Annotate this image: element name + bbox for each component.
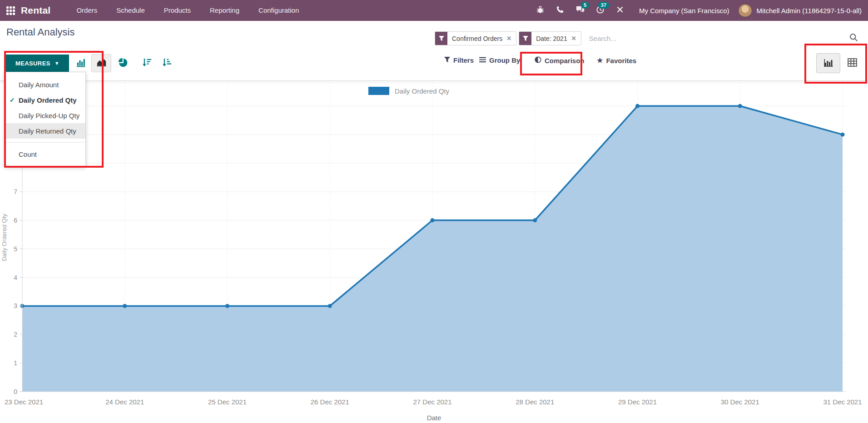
- main-menu: Orders Schedule Products Reporting Confi…: [67, 0, 308, 21]
- star-icon: ★: [597, 56, 603, 65]
- favorites-label: Favorites: [606, 57, 636, 65]
- menu-orders[interactable]: Orders: [67, 0, 107, 21]
- menu-separator: [5, 142, 85, 143]
- measure-daily-amount[interactable]: ✓ Daily Amount: [5, 77, 85, 92]
- comparison-icon: [535, 56, 541, 65]
- chart-legend[interactable]: Daily Ordered Qty: [368, 87, 449, 95]
- measures-button[interactable]: MEASURES ▼: [6, 55, 69, 72]
- menu-item-label: Daily Amount: [19, 81, 59, 89]
- pivot-view-button[interactable]: [842, 53, 862, 73]
- filters-button[interactable]: Filters: [444, 56, 474, 64]
- measures-dropdown: ✓ Daily Amount ✓ Daily Ordered Qty ✓ Dai…: [5, 72, 86, 167]
- facet-confirmed-orders: Confirmed Orders ✕: [435, 31, 516, 45]
- panel-bottom-strip: [0, 81, 868, 83]
- line-chart-type-button[interactable]: [91, 54, 111, 72]
- chevron-down-icon: ▼: [55, 60, 60, 66]
- bar-chart-type-button[interactable]: [72, 55, 89, 71]
- app-brand[interactable]: Rental: [21, 5, 50, 16]
- svg-text:Daily Ordered Qty: Daily Ordered Qty: [1, 214, 8, 261]
- svg-text:6: 6: [14, 217, 17, 224]
- measure-daily-picked-up-qty[interactable]: ✓ Daily Picked-Up Qty: [5, 108, 85, 123]
- bar-chart-icon: [76, 57, 86, 69]
- menu-configuration[interactable]: Configuration: [249, 0, 308, 21]
- svg-text:24 Dec 2021: 24 Dec 2021: [105, 398, 144, 406]
- svg-text:3: 3: [14, 302, 17, 309]
- pie-chart-icon: [118, 58, 128, 69]
- graph-view-icon: [823, 57, 834, 70]
- favorites-button[interactable]: ★ Favorites: [597, 56, 636, 65]
- svg-text:Date: Date: [427, 414, 441, 422]
- svg-text:30 Dec 2021: 30 Dec 2021: [721, 398, 759, 406]
- measure-daily-returned-qty[interactable]: ✓ Daily Returned Qty: [5, 123, 85, 139]
- company-switcher[interactable]: My Company (San Francisco): [630, 7, 738, 15]
- menu-item-label: Daily Picked-Up Qty: [19, 112, 79, 119]
- activities-badge: 37: [598, 2, 609, 9]
- facet-label: Confirmed Orders: [447, 32, 506, 45]
- activities-button[interactable]: 37: [590, 0, 610, 21]
- filter-funnel-icon: [435, 32, 447, 45]
- group-by-button[interactable]: Group By: [479, 56, 520, 64]
- control-panel: Rental Analysis Confirmed Orders ✕ Date:…: [0, 21, 868, 81]
- bug-icon: [536, 5, 545, 16]
- measure-daily-ordered-qty[interactable]: ✓ Daily Ordered Qty: [5, 92, 85, 108]
- group-by-icon: [479, 56, 486, 64]
- facet-label: Date: 2021: [531, 32, 571, 45]
- check-icon: ✓: [10, 96, 15, 104]
- pie-chart-type-button[interactable]: [114, 55, 132, 71]
- svg-text:25 Dec 2021: 25 Dec 2021: [208, 398, 247, 406]
- sort-descending-button[interactable]: [138, 55, 155, 71]
- group-by-label: Group By: [489, 56, 520, 64]
- area-chart-icon: [96, 57, 107, 69]
- svg-text:1: 1: [14, 359, 17, 367]
- apps-menu-icon[interactable]: [0, 0, 21, 21]
- debug-button[interactable]: [530, 0, 550, 21]
- user-avatar[interactable]: [738, 4, 752, 18]
- svg-text:7: 7: [14, 188, 17, 195]
- comparison-button[interactable]: Comparison: [535, 56, 585, 65]
- menu-item-label: Daily Ordered Qty: [19, 96, 77, 104]
- menu-products[interactable]: Products: [154, 0, 200, 21]
- menu-item-label: Count: [19, 150, 37, 158]
- search-input[interactable]: [588, 34, 726, 43]
- legend-swatch: [368, 87, 389, 95]
- facet-date-2021: Date: 2021 ✕: [519, 31, 581, 45]
- legend-label: Daily Ordered Qty: [395, 87, 449, 95]
- navbar-systray: 5 37 My Company (San Francisco) Mitchell…: [530, 0, 868, 21]
- search-icon[interactable]: [849, 33, 858, 44]
- pivot-view-icon: [847, 57, 858, 69]
- measures-button-label: MEASURES: [15, 60, 50, 67]
- menu-reporting[interactable]: Reporting: [200, 0, 249, 21]
- svg-text:26 Dec 2021: 26 Dec 2021: [311, 398, 349, 406]
- facet-remove-icon[interactable]: ✕: [571, 32, 581, 45]
- messages-badge: 5: [581, 2, 589, 9]
- sort-desc-icon: [142, 57, 152, 69]
- messages-button[interactable]: 5: [570, 0, 590, 21]
- facet-remove-icon[interactable]: ✕: [506, 32, 516, 45]
- sort-asc-icon: [162, 57, 172, 69]
- svg-text:29 Dec 2021: 29 Dec 2021: [618, 398, 657, 406]
- phone-icon: [556, 5, 564, 15]
- measure-count[interactable]: Count: [5, 146, 85, 162]
- svg-text:23 Dec 2021: 23 Dec 2021: [5, 398, 43, 406]
- sort-ascending-button[interactable]: [158, 55, 175, 71]
- filter-funnel-icon: [519, 32, 531, 45]
- phone-button[interactable]: [550, 0, 570, 21]
- tools-icon: [616, 5, 624, 15]
- menu-item-label: Daily Returned Qty: [19, 127, 76, 135]
- svg-text:2: 2: [14, 331, 17, 338]
- search-bar: Confirmed Orders ✕ Date: 2021 ✕: [435, 31, 726, 45]
- svg-text:31 Dec 2021: 31 Dec 2021: [823, 398, 862, 406]
- grid-icon: [6, 6, 15, 15]
- svg-text:28 Dec 2021: 28 Dec 2021: [516, 398, 554, 406]
- svg-text:5: 5: [14, 245, 17, 253]
- graph-view-button[interactable]: [816, 53, 840, 73]
- user-menu[interactable]: Mitchell Admin (11864297-15-0-all): [752, 7, 862, 15]
- filters-label: Filters: [453, 56, 474, 64]
- menu-schedule[interactable]: Schedule: [107, 0, 154, 21]
- svg-text:4: 4: [14, 274, 17, 281]
- tools-button[interactable]: [610, 0, 630, 21]
- svg-text:27 Dec 2021: 27 Dec 2021: [413, 398, 451, 406]
- page-title: Rental Analysis: [6, 26, 74, 38]
- funnel-icon: [444, 56, 450, 64]
- comparison-label: Comparison: [545, 57, 585, 65]
